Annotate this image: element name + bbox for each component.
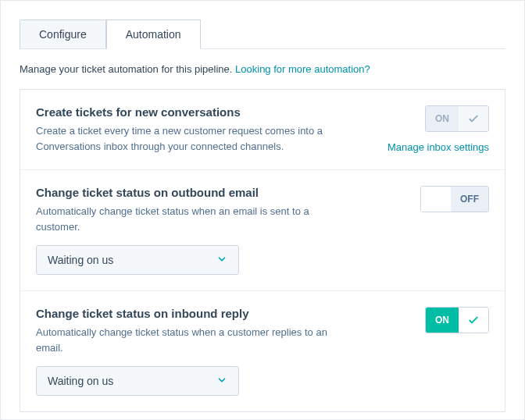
check-icon bbox=[459, 308, 488, 333]
section-title: Create tickets for new conversations bbox=[36, 105, 333, 119]
intro-message: Manage your ticket automation for this p… bbox=[20, 63, 235, 75]
select-outbound-status[interactable]: Waiting on us bbox=[36, 245, 239, 275]
check-icon bbox=[421, 187, 451, 212]
section-inbound-reply: Change ticket status on inbound reply Au… bbox=[20, 291, 505, 411]
automation-panel: Configure Automation Manage your ticket … bbox=[0, 0, 525, 420]
intro-link[interactable]: Looking for more automation? bbox=[235, 63, 370, 75]
section-description: Automatically change ticket status when … bbox=[36, 204, 333, 234]
toggle-label: ON bbox=[426, 106, 459, 131]
settings-card: Create tickets for new conversations Cre… bbox=[20, 89, 505, 412]
intro-text: Manage your ticket automation for this p… bbox=[20, 63, 505, 75]
chevron-down-icon bbox=[216, 375, 227, 388]
toggle-inbound-reply[interactable]: ON bbox=[425, 307, 489, 333]
section-title: Change ticket status on outbound email bbox=[36, 186, 333, 199]
tab-automation[interactable]: Automation bbox=[106, 20, 201, 49]
section-create-tickets: Create tickets for new conversations Cre… bbox=[20, 90, 505, 170]
select-value: Waiting on us bbox=[48, 254, 113, 266]
toggle-outbound-email[interactable]: OFF bbox=[420, 186, 489, 212]
section-title: Change ticket status on inbound reply bbox=[36, 307, 333, 320]
section-description: Create a ticket every time a new custome… bbox=[36, 123, 333, 154]
toggle-create-tickets: ON bbox=[425, 105, 489, 132]
select-value: Waiting on us bbox=[48, 375, 113, 387]
check-icon bbox=[459, 106, 488, 131]
select-inbound-status[interactable]: Waiting on us bbox=[36, 366, 239, 396]
manage-inbox-link[interactable]: Manage inbox settings bbox=[388, 141, 489, 153]
toggle-label: ON bbox=[426, 308, 459, 333]
toggle-label: OFF bbox=[451, 187, 488, 212]
section-description: Automatically change ticket status when … bbox=[36, 325, 333, 355]
section-outbound-email: Change ticket status on outbound email A… bbox=[20, 170, 505, 291]
tab-configure[interactable]: Configure bbox=[20, 20, 106, 48]
tabs: Configure Automation bbox=[20, 20, 505, 49]
chevron-down-icon bbox=[216, 254, 227, 267]
